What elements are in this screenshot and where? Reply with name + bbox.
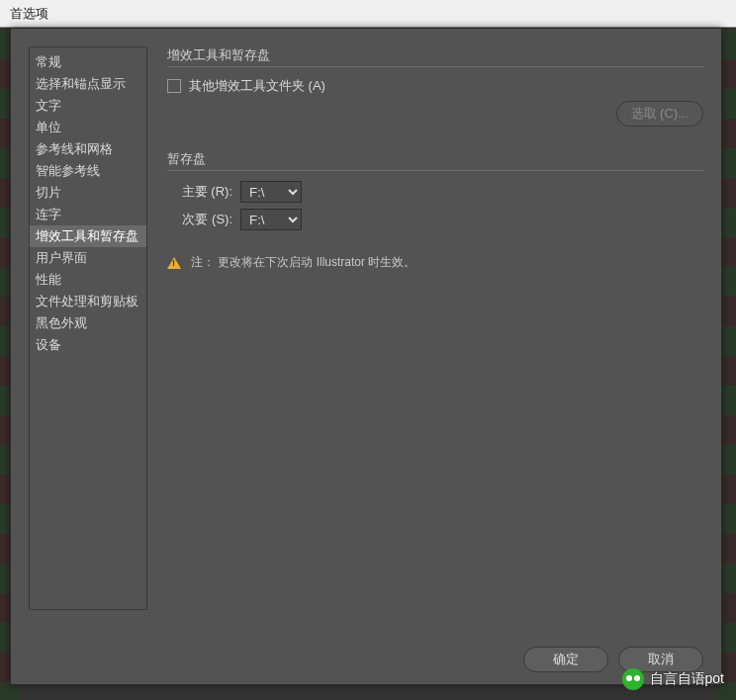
sidebar-item-13[interactable]: 设备 [30,334,146,356]
sidebar-item-10[interactable]: 性能 [30,269,146,291]
preferences-main: 增效工具和暂存盘 其他增效工具文件夹 (A) 选取 (C)... 暂存盘 主要 … [167,46,703,609]
ok-button[interactable]: 确定 [523,647,608,672]
other-plugins-row: 其他增效工具文件夹 (A) [167,77,703,95]
primary-disk-select[interactable]: F:\ [240,181,302,203]
sidebar-item-8[interactable]: 增效工具和暂存盘 [30,225,146,247]
sidebar-item-1[interactable]: 选择和锚点显示 [30,73,146,95]
preferences-sidebar: 常规选择和锚点显示文字单位参考线和网格智能参考线切片连字增效工具和暂存盘用户界面… [29,46,147,610]
sidebar-item-4[interactable]: 参考线和网格 [30,138,146,160]
preferences-dialog: 常规选择和锚点显示文字单位参考线和网格智能参考线切片连字增效工具和暂存盘用户界面… [10,28,722,685]
sidebar-item-6[interactable]: 切片 [30,182,146,204]
plugins-section-title: 增效工具和暂存盘 [167,46,703,64]
scratch-section-title: 暂存盘 [167,150,703,168]
secondary-disk-label: 次要 (S): [167,211,232,228]
watermark: 自言自语pot [622,668,724,690]
restart-note-row: 注： 更改将在下次启动 Illustrator 时生效。 [167,254,703,271]
sidebar-item-11[interactable]: 文件处理和剪贴板 [30,291,146,312]
restart-note-text: 注： 更改将在下次启动 Illustrator 时生效。 [191,254,415,271]
plugins-section: 增效工具和暂存盘 其他增效工具文件夹 (A) 选取 (C)... [167,46,703,127]
dialog-titlebar: 首选项 [0,0,736,28]
sidebar-item-0[interactable]: 常规 [30,51,146,73]
divider [167,170,703,171]
sidebar-item-3[interactable]: 单位 [30,117,146,138]
primary-disk-row: 主要 (R): F:\ [167,181,703,203]
sidebar-item-7[interactable]: 连字 [30,204,146,225]
dialog-title: 首选项 [10,6,48,21]
sidebar-item-12[interactable]: 黑色外观 [30,312,146,334]
primary-disk-label: 主要 (R): [167,183,232,201]
secondary-disk-select[interactable]: F:\ [240,209,302,230]
sidebar-item-9[interactable]: 用户界面 [30,247,146,269]
warning-icon [167,257,181,269]
other-plugins-checkbox[interactable] [167,79,181,93]
watermark-text: 自言自语pot [650,670,724,688]
other-plugins-label: 其他增效工具文件夹 (A) [189,77,325,95]
sidebar-item-2[interactable]: 文字 [30,95,146,117]
choose-folder-row: 选取 (C)... [167,101,703,127]
divider [167,66,703,67]
wechat-icon [622,668,644,690]
choose-folder-button[interactable]: 选取 (C)... [616,101,704,127]
sidebar-item-5[interactable]: 智能参考线 [30,160,146,182]
secondary-disk-row: 次要 (S): F:\ [167,209,703,230]
scratch-section: 暂存盘 主要 (R): F:\ 次要 (S): F:\ [167,150,703,230]
